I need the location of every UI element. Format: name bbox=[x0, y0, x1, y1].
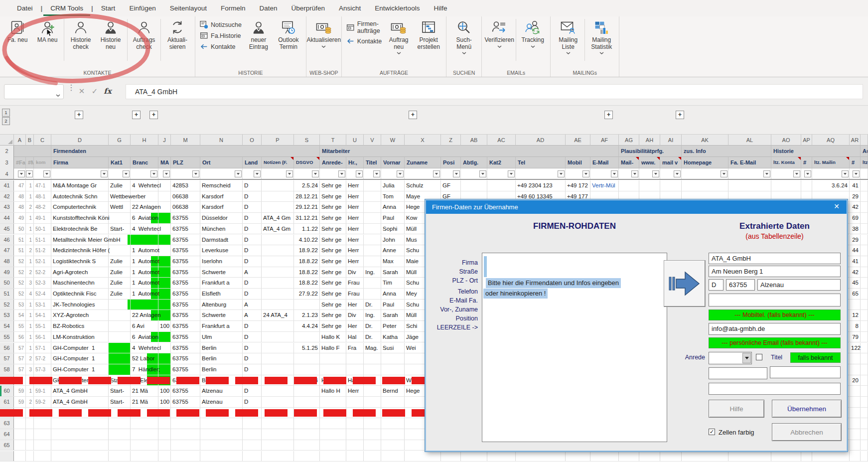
grid-cell-G-63[interactable] bbox=[109, 418, 131, 429]
grid-cell-W-42[interactable]: Tom bbox=[381, 191, 405, 202]
filter-button-AO[interactable] bbox=[793, 170, 800, 177]
grid-cell-N-64[interactable] bbox=[200, 429, 243, 440]
grid-cell-P-52[interactable] bbox=[262, 300, 294, 310]
grid-cell-V-54[interactable]: Dr. bbox=[364, 321, 381, 331]
grid-cell-H-57[interactable]: 52 Labor bbox=[131, 353, 158, 364]
grid-cell-D-65[interactable] bbox=[51, 440, 109, 451]
grid-cell-V-50[interactable] bbox=[364, 278, 381, 288]
grid-cell-AR-50[interactable]: 45 bbox=[850, 278, 861, 288]
grid-cell-A-41[interactable]: 47 bbox=[14, 180, 26, 191]
grid-cell-G-58[interactable] bbox=[109, 364, 131, 375]
grid-cell-AS-49[interactable] bbox=[861, 267, 868, 278]
grid-cell-S-58[interactable] bbox=[294, 364, 320, 375]
grid-cell-S-57[interactable] bbox=[294, 353, 320, 364]
grid-cell-U-49[interactable]: Div bbox=[346, 267, 364, 278]
grid-cell-O-60[interactable]: D bbox=[243, 386, 262, 396]
row-header[interactable]: 47 bbox=[0, 245, 14, 256]
grid-cell-V-64[interactable] bbox=[364, 429, 381, 440]
grid-cell-AR-65[interactable] bbox=[850, 440, 861, 451]
grid-cell-W-54[interactable]: Peter bbox=[381, 321, 405, 331]
grid-cell-P-42[interactable] bbox=[262, 191, 294, 202]
grid-cell-P-51[interactable] bbox=[262, 289, 294, 299]
filter-button-Z[interactable] bbox=[453, 170, 460, 177]
grid-cell-H-45[interactable]: 4 Wehrtecl bbox=[131, 224, 158, 234]
grid-cell-D-54[interactable]: BZ-Robotics bbox=[51, 321, 109, 331]
grid-cell-U-46[interactable]: Herr bbox=[346, 235, 364, 245]
grid-cell-W[interactable] bbox=[381, 451, 405, 462]
grid-cell-C-50[interactable]: 52-3 bbox=[34, 278, 51, 288]
grid-cell-B-63[interactable] bbox=[26, 418, 34, 429]
grid-cell-AS-57[interactable] bbox=[861, 353, 868, 364]
grid-cell-O[interactable] bbox=[243, 451, 262, 462]
grid-cell-T-65[interactable] bbox=[320, 440, 346, 451]
grid-cell-AR-42[interactable]: 29 bbox=[850, 191, 861, 202]
grid-cell-AG-41[interactable] bbox=[619, 180, 639, 191]
grid-cell-U[interactable] bbox=[346, 451, 364, 462]
grid-cell-S-49[interactable]: 18.8.22 bbox=[294, 267, 320, 278]
grid-cell-H-56[interactable]: 4 Wehrtecl bbox=[131, 343, 158, 353]
grid-cell-U-48[interactable]: Herr bbox=[346, 256, 364, 267]
grid-cell-A-60[interactable]: 59 bbox=[14, 386, 26, 396]
grid-cell-T-53[interactable]: Sehr ge bbox=[320, 310, 346, 320]
grid-cell-A-50[interactable]: 52 bbox=[14, 278, 26, 288]
filter-button-N[interactable] bbox=[235, 170, 242, 177]
row-header[interactable]: 57 bbox=[0, 353, 14, 364]
grid-cell-B-48[interactable]: 1 bbox=[26, 256, 34, 267]
grid-cell-AR-41[interactable]: 41 bbox=[850, 180, 861, 191]
grid-cell-AS-60[interactable] bbox=[861, 386, 868, 396]
grid-cell-N-52[interactable]: Altenburg bbox=[200, 300, 243, 310]
grid-cell-D-45[interactable]: Elektrotechnik Be bbox=[51, 224, 109, 234]
grid-cell-B-45[interactable]: 1 bbox=[26, 224, 34, 234]
ribbon-button-historie-neu[interactable]: Historieneu bbox=[96, 18, 126, 50]
grid-cell-A-47[interactable]: 51 bbox=[14, 245, 26, 256]
grid-cell-U-56[interactable]: Fra bbox=[346, 343, 364, 353]
cancel-entry-button[interactable]: ✕ bbox=[76, 84, 88, 98]
grid-cell-AI[interactable] bbox=[660, 451, 682, 462]
row-header[interactable]: 52 bbox=[0, 300, 14, 310]
outline-expand-button[interactable]: + bbox=[75, 111, 83, 119]
grid-cell-AC[interactable] bbox=[487, 451, 516, 462]
grid-cell-AR-48[interactable]: 41 bbox=[850, 256, 861, 267]
grid-cell-J-57[interactable] bbox=[158, 353, 171, 364]
column-header-X[interactable]: X bbox=[405, 135, 441, 146]
grid-cell-Z[interactable] bbox=[441, 451, 461, 462]
grid-cell-A-58[interactable]: 57 bbox=[14, 364, 26, 375]
grid-cell-AS-62[interactable] bbox=[861, 408, 868, 418]
tab-ansicht[interactable]: Ansicht bbox=[332, 0, 368, 16]
grid-cell-A-56[interactable]: 57 bbox=[14, 343, 26, 353]
grid-cell-U-43[interactable]: Herr bbox=[346, 202, 364, 212]
vorname-field[interactable] bbox=[709, 367, 767, 379]
grid-cell-N-53[interactable]: Schwerte bbox=[200, 310, 243, 320]
grid-cell-P-50[interactable] bbox=[262, 278, 294, 288]
grid-cell-O-53[interactable]: A bbox=[243, 310, 262, 320]
land-field[interactable]: D bbox=[709, 279, 723, 291]
grid-cell-P-45[interactable]: ATA_4 Gm bbox=[262, 224, 294, 234]
grid-cell-J-55[interactable] bbox=[158, 332, 171, 342]
grid-cell-G-41[interactable]: Zulie bbox=[109, 180, 131, 191]
grid-cell-B-56[interactable]: 1 bbox=[26, 343, 34, 353]
grid-cell-B[interactable] bbox=[26, 451, 34, 462]
grid-cell-M-57[interactable]: 63755 bbox=[171, 353, 200, 364]
grid-cell-O-50[interactable]: D bbox=[243, 278, 262, 288]
grid-cell-AS-58[interactable] bbox=[861, 364, 868, 375]
grid-cell-U-61[interactable] bbox=[346, 397, 364, 407]
grid-cell-C[interactable] bbox=[34, 451, 51, 462]
grid-cell-V-42[interactable] bbox=[364, 191, 381, 202]
grid-cell-A-45[interactable]: 50 bbox=[14, 224, 26, 234]
grid-cell-A-46[interactable]: 51 bbox=[14, 235, 26, 245]
titel-checkbox[interactable] bbox=[756, 354, 762, 360]
grid-cell-V-55[interactable]: Dr. bbox=[364, 332, 381, 342]
grid-cell-W-43[interactable]: Anna bbox=[381, 202, 405, 212]
grid-cell-G-53[interactable] bbox=[109, 310, 131, 320]
grid-cell-D-49[interactable]: Agri-Agrotech bbox=[51, 267, 109, 278]
row-header[interactable]: 3 bbox=[0, 157, 14, 168]
grid-cell-T-49[interactable]: Sehr ge bbox=[320, 267, 346, 278]
filter-button-AH[interactable] bbox=[652, 170, 659, 177]
grid-cell-AB-41[interactable] bbox=[461, 180, 487, 191]
grid-cell-V-44[interactable] bbox=[364, 213, 381, 223]
filter-button-H[interactable] bbox=[150, 170, 157, 177]
row-header[interactable]: 64 bbox=[0, 429, 14, 440]
grid-cell-AO[interactable] bbox=[771, 451, 801, 462]
ort-field[interactable]: Alzenau bbox=[757, 279, 841, 291]
grid-cell-S[interactable] bbox=[294, 451, 320, 462]
